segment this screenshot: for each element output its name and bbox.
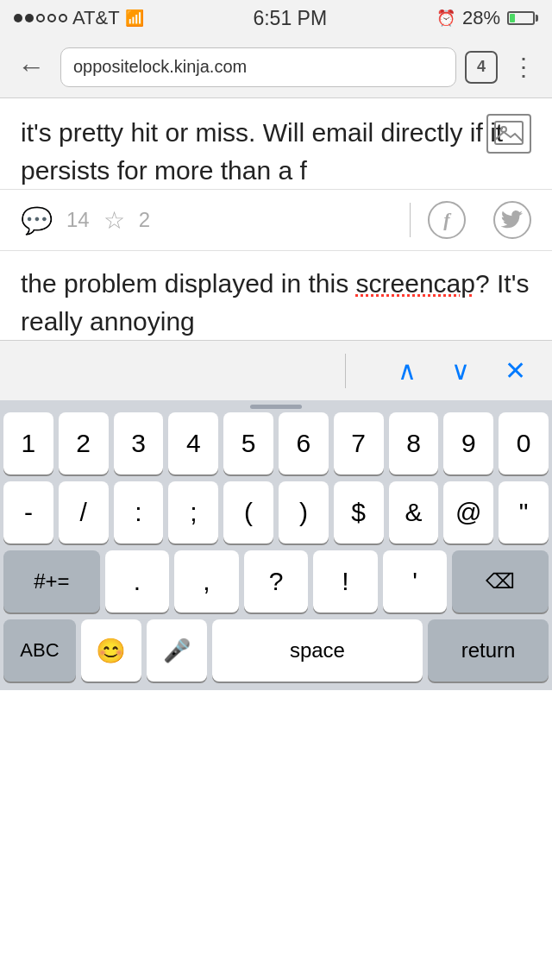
key-dollar[interactable]: $: [334, 481, 384, 543]
battery-fill: [510, 14, 516, 22]
signal-dots: [14, 14, 67, 22]
key-hashplus[interactable]: #+=: [3, 550, 100, 612]
dot-1: [14, 14, 22, 22]
status-left: AT&T 📶: [14, 7, 144, 29]
handle-bar: [250, 405, 302, 409]
twitter-share-button[interactable]: [493, 201, 531, 239]
action-right: f: [428, 201, 531, 239]
article-text-2-wrapper: the problem displayed in this screencap?…: [21, 265, 531, 340]
star-icon[interactable]: ☆: [104, 206, 125, 235]
key-comma[interactable]: ,: [174, 550, 239, 612]
text-next-line: really annoying: [21, 307, 195, 336]
key-1[interactable]: 1: [3, 412, 53, 474]
find-next-button[interactable]: ∨: [451, 355, 470, 386]
status-time: 6:51 PM: [253, 7, 327, 30]
url-bar[interactable]: oppositelock.kinja.com: [60, 47, 456, 87]
key-8[interactable]: 8: [389, 412, 439, 474]
action-left: 💬 14 ☆ 2: [21, 205, 410, 236]
back-button[interactable]: ←: [10, 47, 52, 86]
status-right: ⏰ 28%: [436, 7, 538, 29]
comment-icon[interactable]: 💬: [21, 205, 53, 236]
key-4[interactable]: 4: [168, 412, 218, 474]
keyboard: 1 2 3 4 5 6 7 8 9 0 - / : ; ( ) $ & @ " …: [0, 400, 552, 690]
tab-count-button[interactable]: 4: [465, 51, 498, 84]
battery-icon: [507, 11, 538, 25]
text-before-screencap: the problem displayed in this: [21, 269, 356, 298]
content-area-2: the problem displayed in this screencap?…: [0, 251, 552, 340]
find-prev-button[interactable]: ∧: [398, 355, 417, 386]
status-bar: AT&T 📶 6:51 PM ⏰ 28%: [0, 0, 552, 36]
key-exclaim[interactable]: !: [313, 550, 378, 612]
dot-5: [59, 14, 67, 22]
facebook-share-button[interactable]: f: [428, 201, 466, 239]
key-mic[interactable]: 🎤: [147, 619, 207, 682]
key-question[interactable]: ?: [244, 550, 309, 612]
dot-4: [47, 14, 56, 22]
key-0[interactable]: 0: [499, 412, 549, 474]
find-close-button[interactable]: ✕: [505, 355, 526, 386]
url-text: oppositelock.kinja.com: [73, 57, 247, 77]
key-quote[interactable]: ": [499, 481, 549, 543]
article-text-2: the problem displayed in this screencap?…: [21, 265, 531, 340]
screencap-link[interactable]: screencap: [356, 269, 475, 298]
svg-rect-0: [495, 122, 523, 144]
keyboard-row-2: - / : ; ( ) $ & @ ": [0, 481, 552, 543]
twitter-icon: [501, 210, 524, 229]
key-dash[interactable]: -: [3, 481, 53, 543]
key-5[interactable]: 5: [223, 412, 273, 474]
key-at[interactable]: @: [443, 481, 493, 543]
content-area-1: it's pretty hit or miss. Will email dire…: [0, 98, 552, 189]
key-9[interactable]: 9: [443, 412, 493, 474]
delete-key[interactable]: ⌫: [452, 550, 549, 612]
more-button[interactable]: ⋮: [506, 49, 542, 85]
find-bar: ∧ ∨ ✕: [0, 340, 552, 400]
battery-pct: 28%: [462, 7, 500, 29]
keyboard-row-3: #+= . , ? ! ' ⌫: [0, 550, 552, 612]
action-bar: 💬 14 ☆ 2 f: [0, 189, 552, 251]
key-slash[interactable]: /: [59, 481, 109, 543]
wifi-icon: 📶: [125, 9, 144, 28]
battery-nub: [536, 15, 538, 22]
key-apostrophe[interactable]: ': [383, 550, 448, 612]
key-ampersand[interactable]: &: [389, 481, 439, 543]
dot-3: [36, 14, 45, 22]
key-oparen[interactable]: (: [223, 481, 273, 543]
keyboard-row-4: ABC 😊 🎤 space return: [0, 619, 552, 690]
key-emoji[interactable]: 😊: [81, 619, 141, 682]
key-return[interactable]: return: [428, 619, 549, 682]
alarm-icon: ⏰: [436, 9, 455, 28]
key-semicolon[interactable]: ;: [168, 481, 218, 543]
key-cparen[interactable]: ): [279, 481, 329, 543]
browser-nav-bar: ← oppositelock.kinja.com 4 ⋮: [0, 36, 552, 98]
dot-2: [25, 14, 34, 22]
carrier-label: AT&T: [72, 7, 120, 29]
key-abc[interactable]: ABC: [3, 619, 76, 682]
key-space[interactable]: space: [212, 619, 423, 682]
star-count: 2: [139, 208, 150, 232]
key-colon[interactable]: :: [114, 481, 164, 543]
key-2[interactable]: 2: [59, 412, 109, 474]
image-icon: [494, 121, 524, 147]
text-after-screencap: ? It's: [475, 269, 529, 298]
action-divider: [410, 203, 411, 237]
key-period[interactable]: .: [105, 550, 170, 612]
find-divider: [345, 354, 346, 388]
key-6[interactable]: 6: [279, 412, 329, 474]
article-text-1: it's pretty hit or miss. Will email dire…: [21, 114, 531, 189]
key-7[interactable]: 7: [334, 412, 384, 474]
key-3[interactable]: 3: [114, 412, 164, 474]
comment-count: 14: [66, 208, 90, 232]
keyboard-row-1: 1 2 3 4 5 6 7 8 9 0: [0, 412, 552, 474]
image-placeholder: [486, 114, 531, 154]
battery-body: [507, 11, 535, 25]
keyboard-drag-handle: [0, 400, 552, 412]
